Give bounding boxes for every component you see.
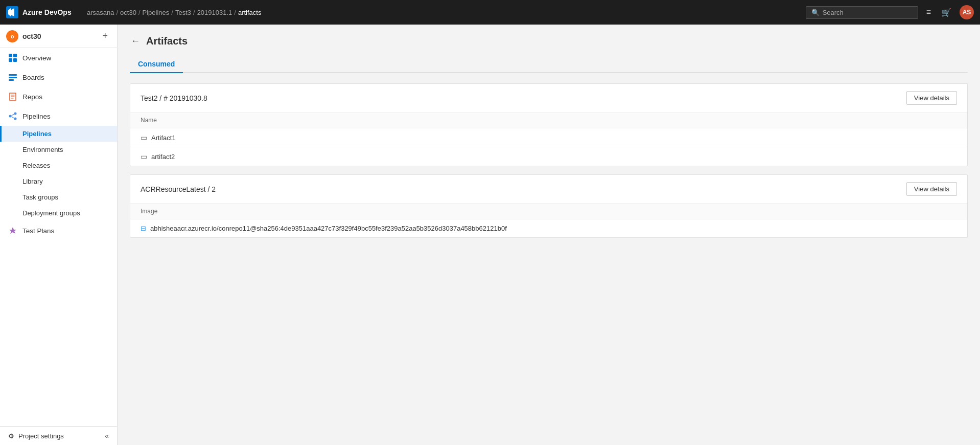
breadcrumb-pipelines[interactable]: Pipelines	[143, 9, 170, 16]
sep4: /	[193, 9, 195, 16]
project-settings-item[interactable]: ⚙ Project settings	[8, 432, 64, 440]
sidebar-item-environments[interactable]: Environments	[0, 142, 117, 158]
sidebar-project: o oct30	[6, 30, 41, 42]
search-placeholder: Search	[823, 9, 844, 16]
sidebar-pipelines-label: Pipelines	[22, 130, 52, 138]
test-plans-icon	[8, 226, 17, 235]
artifact-card-2: ACRResourceLatest / 2 View details Image…	[130, 174, 968, 238]
sidebar-item-library[interactable]: Library	[0, 173, 117, 189]
svg-point-8	[9, 115, 12, 118]
breadcrumb-arsasana[interactable]: arsasana	[87, 9, 114, 16]
sidebar-library-label: Library	[22, 177, 43, 185]
artifact-row-1: ▭ Artifact1	[130, 128, 967, 147]
svg-rect-2	[13, 54, 17, 57]
project-avatar: o	[6, 30, 18, 42]
collapse-sidebar-button[interactable]: «	[105, 432, 109, 440]
sidebar-overview-label: Overview	[22, 54, 51, 62]
sidebar-repos-label: Repos	[22, 93, 42, 101]
artifact-row-2: ▭ artifact2	[130, 147, 967, 166]
svg-rect-3	[9, 58, 12, 62]
user-avatar[interactable]: AS	[960, 5, 974, 19]
svg-line-12	[12, 117, 14, 118]
sidebar-item-releases[interactable]: Releases	[0, 158, 117, 173]
breadcrumb-test3[interactable]: Test3	[175, 9, 191, 16]
page-title: Artifacts	[146, 35, 188, 47]
logo-text: Azure DevOps	[22, 8, 72, 16]
sidebar-item-repos[interactable]: Repos	[0, 87, 117, 106]
sidebar-add-button[interactable]: +	[99, 30, 111, 42]
sep1: /	[116, 9, 118, 16]
boards-icon	[8, 73, 17, 82]
sidebar-item-boards[interactable]: Boards	[0, 68, 117, 87]
sep3: /	[171, 9, 173, 16]
sidebar-test-plans-label: Test Plans	[22, 227, 54, 235]
sidebar-item-test-plans[interactable]: Test Plans	[0, 221, 117, 240]
artifact-card-2-col-header: Image	[130, 204, 967, 219]
artifact-icon-1: ▭	[141, 134, 147, 142]
sidebar-item-pipelines[interactable]: Pipelines	[0, 126, 117, 142]
sidebar-boards-label: Boards	[22, 74, 44, 81]
sep2: /	[138, 9, 141, 16]
artifact-row-3: ⊟ abhisheaacr.azurecr.io/conrepo11@sha25…	[130, 219, 967, 237]
svg-point-10	[14, 118, 17, 120]
settings-icon: ⚙	[8, 432, 14, 440]
sidebar-item-pipelines-parent[interactable]: Pipelines	[0, 106, 117, 126]
search-box[interactable]: 🔍 Search	[806, 6, 918, 19]
repos-icon	[8, 92, 17, 101]
artifact-card-1-col-header: Name	[130, 113, 967, 128]
project-settings-label: Project settings	[18, 432, 64, 440]
list-icon[interactable]: ≡	[924, 6, 933, 19]
artifact-card-1: Test2 / # 20191030.8 View details Name ▭…	[130, 83, 968, 166]
topbar: Azure DevOps arsasana / oct30 / Pipeline…	[0, 0, 980, 25]
svg-rect-4	[13, 58, 17, 62]
artifact-card-1-title: Test2 / # 20191030.8	[141, 94, 207, 102]
sidebar-item-overview[interactable]: Overview	[0, 48, 117, 68]
view-details-button-2[interactable]: View details	[906, 182, 957, 196]
sidebar-item-deployment-groups[interactable]: Deployment groups	[0, 205, 117, 221]
tabs: Consumed	[130, 56, 968, 73]
overview-icon	[8, 53, 17, 62]
sidebar-item-task-groups[interactable]: Task groups	[0, 189, 117, 205]
svg-rect-5	[9, 74, 17, 76]
sidebar-task-groups-label: Task groups	[22, 193, 58, 201]
sidebar-releases-label: Releases	[22, 162, 50, 169]
svg-rect-7	[9, 79, 14, 81]
artifact-label-1: Artifact1	[151, 134, 176, 142]
sidebar-nav: Overview Boards	[0, 48, 117, 426]
docker-icon: ⊟	[141, 225, 146, 232]
view-details-button-1[interactable]: View details	[906, 91, 957, 105]
artifact-label-2: artifact2	[151, 153, 175, 161]
artifact-icon-2: ▭	[141, 152, 147, 161]
sidebar-environments-label: Environments	[22, 146, 63, 153]
sidebar-footer: ⚙ Project settings «	[0, 426, 117, 445]
breadcrumb: arsasana / oct30 / Pipelines / Test3 / 2…	[87, 9, 802, 16]
breadcrumb-oct30[interactable]: oct30	[120, 9, 136, 16]
sidebar-deployment-groups-label: Deployment groups	[22, 209, 80, 217]
artifact-card-1-header: Test2 / # 20191030.8 View details	[130, 84, 967, 113]
artifact-card-2-title: ACRResourceLatest / 2	[141, 185, 216, 193]
back-button[interactable]: ←	[130, 35, 141, 48]
project-name: oct30	[22, 32, 41, 40]
page-header: ← Artifacts	[130, 35, 968, 48]
artifact-card-2-header: ACRResourceLatest / 2 View details	[130, 175, 967, 204]
svg-rect-1	[9, 54, 12, 57]
sidebar: o oct30 + Overview	[0, 25, 118, 445]
svg-point-9	[14, 113, 17, 115]
logo[interactable]: Azure DevOps	[6, 6, 83, 18]
svg-line-11	[12, 114, 14, 116]
main-content: ← Artifacts Consumed Test2 / # 20191030.…	[118, 25, 980, 445]
breadcrumb-build[interactable]: 20191031.1	[197, 9, 232, 16]
azure-devops-logo-icon	[6, 6, 18, 18]
search-icon: 🔍	[811, 9, 820, 16]
tab-consumed-label: Consumed	[138, 60, 175, 68]
basket-icon[interactable]: 🛒	[939, 6, 953, 19]
tab-consumed[interactable]: Consumed	[130, 56, 183, 73]
topbar-right: 🔍 Search ≡ 🛒 AS	[806, 5, 974, 19]
pipelines-parent-icon	[8, 112, 17, 121]
sidebar-pipelines-parent-label: Pipelines	[22, 113, 51, 120]
main-layout: o oct30 + Overview	[0, 25, 980, 445]
svg-rect-6	[9, 77, 17, 78]
sep5: /	[234, 9, 236, 16]
sidebar-header: o oct30 +	[0, 25, 117, 48]
artifact-label-3: abhisheaacr.azurecr.io/conrepo11@sha256:…	[150, 225, 507, 232]
